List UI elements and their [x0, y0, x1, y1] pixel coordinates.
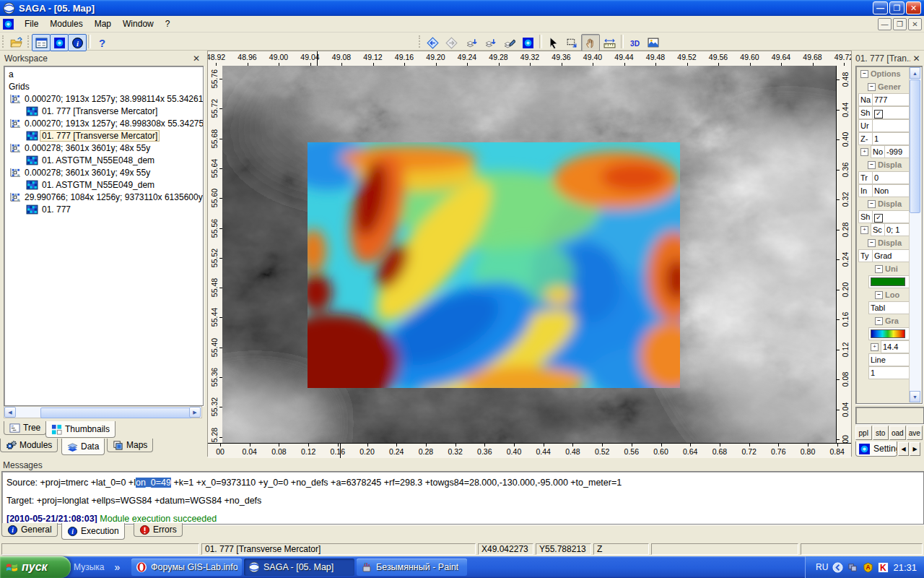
- minimize-button[interactable]: —: [873, 1, 888, 14]
- option-value[interactable]: -999: [884, 145, 910, 158]
- options-row[interactable]: Tabl: [857, 301, 910, 314]
- measure-tool-button[interactable]: [600, 34, 619, 51]
- tree-item[interactable]: 01. ASTGTM_N55E048_dem: [4, 154, 203, 166]
- option-value[interactable]: Non: [872, 184, 910, 197]
- edit-layers-button[interactable]: [500, 34, 518, 51]
- options-row[interactable]: 1: [857, 366, 910, 379]
- options-row[interactable]: [857, 275, 910, 288]
- options-section[interactable]: −Options: [857, 67, 910, 80]
- tree-item[interactable]: 01. 777: [4, 203, 203, 215]
- option-value[interactable]: 0: [872, 171, 910, 184]
- restore-button[interactable]: sto: [873, 426, 889, 440]
- menu-item-q[interactable]: ?: [160, 17, 176, 31]
- chevron-icon[interactable]: »: [114, 561, 120, 573]
- scroll-right-icon[interactable]: ▶: [189, 407, 201, 418]
- tree-item[interactable]: 29.990766; 1084x 1256y; 9373110x 6135600…: [4, 191, 203, 203]
- apply-button[interactable]: ppl: [855, 426, 872, 440]
- options-row[interactable]: Ur: [857, 119, 910, 132]
- collapse-icon[interactable]: −: [868, 200, 876, 208]
- taskbar-button-opera[interactable]: Форумы GIS-Lab.info...: [131, 558, 242, 576]
- language-indicator[interactable]: RU: [816, 562, 828, 572]
- option-value[interactable]: [872, 119, 910, 132]
- scrollbar-thumb[interactable]: [910, 79, 920, 213]
- scroll-up-icon[interactable]: ▲: [910, 67, 920, 79]
- tabs-scroll-right-icon[interactable]: ▶: [910, 442, 920, 456]
- save-button[interactable]: ave: [907, 426, 923, 440]
- options-row[interactable]: Sh✓: [857, 106, 910, 119]
- tray-app-icon[interactable]: [847, 562, 858, 573]
- tree-item[interactable]: 0.000270; 1913x 1257y; 38.998114x 55.342…: [4, 92, 203, 105]
- tab-general[interactable]: i General: [1, 523, 58, 537]
- taskbar-button-saga[interactable]: SAGA - [05. Map]: [244, 558, 354, 576]
- tree-item[interactable]: Grids: [4, 80, 203, 92]
- tab-modules[interactable]: Modules: [0, 439, 58, 452]
- tree-item[interactable]: 01. 777 [Transverse Mercator]: [4, 105, 203, 117]
- tray-kaspersky-icon[interactable]: K: [878, 562, 889, 573]
- options-section[interactable]: −Displa: [857, 197, 910, 210]
- options-section[interactable]: −Loo: [857, 288, 910, 301]
- options-section[interactable]: −Uni: [857, 262, 910, 275]
- messages-log[interactable]: Source: +proj=tmerc +lat_0=0 +lon_0=49 +…: [1, 471, 924, 525]
- start-button[interactable]: пуск: [0, 556, 71, 578]
- options-row[interactable]: Na777: [857, 93, 910, 106]
- map-canvas[interactable]: [222, 66, 836, 443]
- synchronise-layers-button[interactable]: [462, 34, 481, 51]
- hide-icons-icon[interactable]: [832, 562, 843, 573]
- options-row[interactable]: Z-1: [857, 132, 910, 145]
- gradient-swatch[interactable]: [871, 329, 905, 338]
- option-value[interactable]: ✓: [872, 106, 910, 119]
- fit-layers-button[interactable]: [481, 34, 500, 51]
- show-map-button[interactable]: [518, 34, 537, 51]
- options-row[interactable]: TyGrad: [857, 249, 910, 262]
- option-value[interactable]: 1: [868, 366, 910, 379]
- collapse-icon[interactable]: −: [875, 265, 883, 273]
- expand-icon[interactable]: +: [860, 226, 868, 234]
- tab-data[interactable]: Data: [61, 439, 105, 455]
- expand-icon[interactable]: +: [871, 343, 879, 351]
- menu-item-map[interactable]: Map: [89, 17, 117, 31]
- options-row[interactable]: +14.4: [857, 340, 910, 353]
- toolbar-grip[interactable]: [27, 35, 31, 48]
- option-value[interactable]: Tabl: [868, 301, 910, 314]
- view-3d-button[interactable]: 3D: [625, 34, 644, 51]
- show-messages-button[interactable]: i: [68, 34, 87, 51]
- options-section[interactable]: −Displa: [857, 158, 910, 171]
- tab-settings[interactable]: Settings: [855, 441, 897, 457]
- zoom-back-button[interactable]: [423, 34, 442, 51]
- scroll-down-icon[interactable]: ▼: [910, 391, 920, 402]
- expand-icon[interactable]: +: [860, 148, 868, 156]
- tab-thumbnails[interactable]: Thumbnails: [45, 421, 116, 438]
- pointer-tool-button[interactable]: [544, 34, 562, 51]
- options-section[interactable]: −Gra: [857, 314, 910, 327]
- options-section[interactable]: −Displa: [857, 236, 910, 249]
- properties-close-icon[interactable]: ✕: [910, 52, 923, 64]
- show-object-button[interactable]: [50, 34, 69, 51]
- collapse-icon[interactable]: −: [875, 291, 883, 299]
- options-row[interactable]: InNon: [857, 184, 910, 197]
- restore-button[interactable]: ❐: [889, 1, 905, 14]
- toolbar-grip[interactable]: [2, 35, 6, 48]
- color-swatch[interactable]: [871, 277, 905, 286]
- tab-tree[interactable]: Tree: [4, 421, 46, 435]
- zoom-tool-button[interactable]: [562, 34, 581, 51]
- help-button[interactable]: ?: [92, 34, 111, 51]
- mdi-restore-button[interactable]: ❐: [893, 18, 907, 30]
- options-row[interactable]: +No-999: [857, 145, 910, 158]
- tree-item[interactable]: 01. 777 [Transverse Mercator]: [4, 129, 203, 142]
- options-section[interactable]: −Gener: [857, 80, 910, 93]
- menu-item-modules[interactable]: Modules: [44, 17, 88, 31]
- mdi-minimize-button[interactable]: —: [878, 18, 892, 30]
- options-row[interactable]: Line: [857, 353, 910, 366]
- option-value[interactable]: Line: [868, 353, 910, 366]
- options-row[interactable]: Sh✓: [857, 210, 910, 223]
- toolbar-grip[interactable]: [419, 35, 422, 48]
- pan-tool-button[interactable]: [581, 34, 600, 51]
- scroll-left-icon[interactable]: ◀: [4, 407, 16, 418]
- zoom-forward-button[interactable]: [442, 34, 461, 51]
- show-workspace-button[interactable]: [32, 34, 51, 51]
- open-button[interactable]: [6, 34, 25, 51]
- workspace-close-icon[interactable]: ✕: [190, 52, 203, 64]
- collapse-icon[interactable]: −: [868, 239, 876, 247]
- option-value[interactable]: ✓: [872, 210, 910, 223]
- option-value[interactable]: [868, 327, 910, 340]
